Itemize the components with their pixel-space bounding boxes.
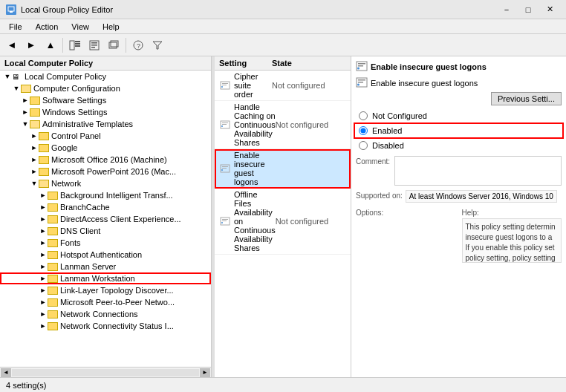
- tree-item-branchchache[interactable]: ► BranchCache: [0, 201, 211, 213]
- expand-arrow[interactable]: ►: [30, 168, 39, 175]
- svg-rect-8: [91, 45, 97, 46]
- maximize-button[interactable]: □: [518, 2, 539, 17]
- tree-item-ms-office-2016[interactable]: ► Microsoft Office 2016 (Machine): [0, 154, 211, 166]
- tree-label: Google: [51, 143, 77, 152]
- radio-enabled[interactable]: [359, 126, 368, 135]
- svg-point-22: [221, 125, 223, 127]
- options-col: Options:: [356, 209, 456, 263]
- expand-arrow[interactable]: ►: [39, 251, 48, 258]
- folder-icon: [48, 251, 58, 259]
- expand-arrow[interactable]: ►: [39, 322, 48, 330]
- folder-icon: [48, 227, 58, 235]
- expand-arrow[interactable]: ►: [39, 203, 48, 211]
- settings-row-handle-caching[interactable]: Handle Caching on Continuous Availabilit…: [215, 101, 351, 149]
- expand-arrow[interactable]: ►: [39, 227, 48, 235]
- forward-button[interactable]: ►: [22, 37, 40, 53]
- settings-list: Setting State Cipher suite order Not con…: [215, 56, 351, 377]
- show-hide-console-tree-button[interactable]: [66, 37, 84, 53]
- menu-view[interactable]: View: [65, 21, 95, 33]
- filter-button[interactable]: [149, 37, 166, 53]
- scroll-left-btn[interactable]: ◄: [1, 368, 11, 377]
- tree-item-network[interactable]: ▼ Network: [0, 177, 211, 189]
- svg-rect-17: [222, 85, 227, 85]
- tree-item-computer-configuration[interactable]: ▼ Computer Configuration: [0, 82, 211, 94]
- expand-arrow[interactable]: ▼: [30, 180, 39, 187]
- expand-arrow[interactable]: ►: [30, 144, 39, 151]
- comment-input[interactable]: [394, 156, 562, 186]
- radio-disabled-row[interactable]: Disabled: [356, 140, 562, 151]
- radio-enabled-label: Enabled: [372, 126, 402, 135]
- tree-item-network-connectivity[interactable]: ► Network Connectivity Status I...: [0, 320, 211, 332]
- expand-arrow[interactable]: ►: [39, 239, 48, 246]
- help-button[interactable]: ?: [129, 37, 147, 53]
- settings-row-cipher-suite[interactable]: Cipher suite order Not configured: [215, 71, 351, 101]
- back-button[interactable]: ◄: [3, 37, 21, 53]
- tree-item-link-layer[interactable]: ► Link-Layer Topology Discover...: [0, 284, 211, 296]
- scroll-track[interactable]: [12, 369, 199, 376]
- tree-item-dns-client[interactable]: ► DNS Client: [0, 225, 211, 237]
- expand-arrow[interactable]: ►: [39, 192, 48, 199]
- tree-label: Windows Settings: [42, 108, 107, 117]
- svg-point-38: [357, 84, 360, 86]
- tree-item-lanman-workstation[interactable]: ► Lanman Workstation: [0, 272, 211, 284]
- properties-button[interactable]: [85, 37, 103, 53]
- expand-arrow[interactable]: ►: [39, 275, 48, 282]
- svg-point-18: [221, 86, 223, 88]
- expand-arrow[interactable]: ▼: [21, 120, 30, 128]
- tree-item-ms-peer[interactable]: ► Microsoft Peer-to-Peer Netwo...: [0, 296, 211, 308]
- expand-arrow[interactable]: ►: [39, 263, 48, 270]
- svg-rect-36: [358, 79, 365, 81]
- tree-item-software-settings[interactable]: ► Software Settings: [0, 94, 211, 106]
- radio-not-configured[interactable]: [359, 111, 368, 120]
- window-title: Local Group Policy Editor: [21, 5, 113, 14]
- settings-row-offline-files[interactable]: Offline Files Availability on Continuous…: [215, 189, 351, 255]
- radio-enabled-row[interactable]: Enabled: [356, 125, 562, 137]
- menu-action[interactable]: Action: [30, 21, 65, 33]
- expand-arrow[interactable]: ▼: [12, 85, 21, 92]
- tree-item-background-intelligent[interactable]: ► Background Intelligent Transf...: [0, 189, 211, 201]
- tree-item-local-computer-policy[interactable]: ▼ 🖥 Local Computer Policy: [0, 71, 211, 82]
- tree-scroll[interactable]: ▼ 🖥 Local Computer Policy ▼ Computer Con…: [0, 71, 211, 367]
- tree-item-windows-settings[interactable]: ► Windows Settings: [0, 106, 211, 118]
- toolbar: ◄ ► ▲ ?: [0, 34, 566, 56]
- up-button[interactable]: ▲: [42, 37, 59, 53]
- expand-arrow[interactable]: ▼: [3, 73, 12, 80]
- toolbar-sep-1: [62, 38, 63, 53]
- expand-arrow[interactable]: ►: [39, 298, 48, 306]
- radio-not-configured-row[interactable]: Not Configured: [356, 110, 562, 122]
- tree-item-network-connections[interactable]: ► Network Connections: [0, 308, 211, 320]
- menu-file[interactable]: File: [3, 21, 28, 33]
- settings-header: Setting State: [215, 56, 351, 71]
- scroll-right-btn[interactable]: ►: [200, 368, 210, 377]
- tree-label: Microsoft Office 2016 (Machine): [51, 155, 167, 164]
- tree-item-hotspot-auth[interactable]: ► Hotspot Authentication: [0, 249, 211, 261]
- tree-item-google[interactable]: ► Google: [0, 142, 211, 154]
- help-col: Help: This policy setting determin insec…: [462, 209, 562, 263]
- tree-item-fonts[interactable]: ► Fonts: [0, 237, 211, 249]
- computer-icon: 🖥: [12, 73, 22, 81]
- expand-arrow[interactable]: ►: [21, 97, 30, 104]
- tree-item-directaccess[interactable]: ► DirectAccess Client Experience...: [0, 213, 211, 225]
- expand-arrow[interactable]: ►: [30, 132, 39, 140]
- tree-item-control-panel[interactable]: ► Control Panel: [0, 130, 211, 142]
- new-window-button[interactable]: [105, 37, 123, 53]
- close-button[interactable]: ✕: [539, 2, 560, 17]
- tree-hscroll[interactable]: ◄ ►: [0, 367, 211, 377]
- expand-arrow[interactable]: ►: [39, 310, 48, 318]
- detail-title-text: Enable insecure guest logons: [371, 62, 487, 71]
- tree-item-administrative-templates[interactable]: ▼ Administrative Templates: [0, 118, 211, 130]
- expand-arrow[interactable]: ►: [30, 156, 39, 163]
- minimize-button[interactable]: −: [496, 2, 517, 17]
- expand-arrow[interactable]: ►: [39, 287, 48, 294]
- settings-row-insecure-guest[interactable]: Enable insecure guest logons: [215, 149, 351, 189]
- radio-disabled[interactable]: [359, 141, 368, 150]
- menu-help[interactable]: Help: [97, 21, 126, 33]
- expand-arrow[interactable]: ►: [21, 108, 30, 116]
- tree-label: Lanman Server: [60, 262, 116, 271]
- tree-item-ms-powerpoint-2016[interactable]: ► Microsoft PowerPoint 2016 (Mac...: [0, 166, 211, 177]
- expand-arrow[interactable]: ►: [39, 215, 48, 223]
- tree-item-lanman-server[interactable]: ► Lanman Server: [0, 261, 211, 272]
- previous-settings-button[interactable]: Previous Setti...: [491, 92, 562, 105]
- tree-label: DirectAccess Client Experience...: [60, 215, 181, 223]
- detail-panel: Enable insecure guest logons Enable inse…: [351, 56, 566, 377]
